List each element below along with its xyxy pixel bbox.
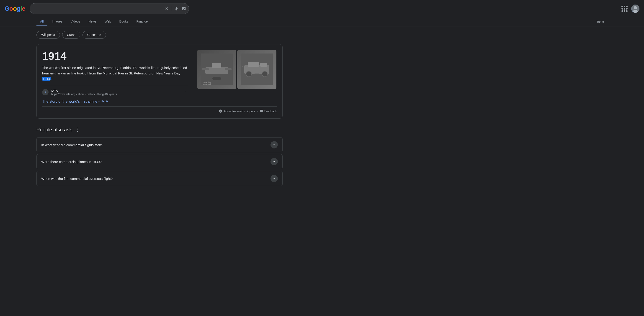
help-icon (219, 109, 222, 113)
camera-search-button[interactable] (182, 6, 186, 11)
logo-o1: o (9, 5, 13, 12)
dot-separator: • (257, 109, 258, 113)
paa-more-button[interactable]: ⋮ (74, 126, 81, 134)
paa-item-2: Were there commercial planes in 1930? (36, 154, 282, 169)
svg-rect-5 (212, 63, 221, 68)
nav-tabs: All Images Videos News Web Books Finance… (0, 17, 644, 26)
chevron-down-icon-2 (272, 160, 276, 163)
source-url: https://www.iata.org › about › history ›… (51, 93, 117, 96)
expand-icon-2 (270, 158, 278, 165)
tab-books[interactable]: Books (116, 17, 132, 26)
featured-snippet: 1914 The world's first airline originate… (36, 44, 282, 119)
paa-item-3: When was the first commercial overseas f… (36, 171, 282, 186)
paa-question-3-text: When was the first commercial overseas f… (41, 177, 112, 181)
snippet-link[interactable]: The story of the world's first airline -… (42, 99, 108, 103)
paa-title: People also ask (36, 127, 72, 133)
avatar[interactable] (631, 4, 640, 13)
snippet-highlight: 1914 (42, 77, 50, 81)
people-also-ask-section: People also ask ⋮ In what year did comme… (36, 126, 282, 186)
header-right (620, 4, 640, 13)
paa-question-3[interactable]: When was the first commercial overseas f… (37, 171, 282, 186)
search-icon-group: ✕ (165, 6, 186, 11)
svg-rect-14 (260, 63, 267, 67)
source-name: IATA (51, 89, 117, 93)
snippet-body: The world's first airline originated in … (42, 65, 188, 81)
apps-grid-icon (622, 6, 628, 12)
svg-point-1 (634, 6, 637, 9)
paa-question-2[interactable]: Were there commercial planes in 1930? (37, 154, 282, 169)
chip-crash[interactable]: Crash (62, 31, 80, 39)
tools-button[interactable]: Tools (593, 18, 608, 26)
snippet-image-1[interactable]: Opening Jan 1 1914 (197, 50, 236, 89)
svg-rect-13 (248, 62, 259, 67)
tab-finance[interactable]: Finance (133, 17, 152, 26)
chevron-down-icon-3 (272, 177, 276, 180)
logo-g2: g (17, 5, 20, 12)
svg-rect-6 (202, 68, 209, 70)
about-snippets-text: About featured snippets (224, 109, 255, 113)
avatar-icon (631, 4, 640, 13)
svg-text:Opening: Opening (203, 81, 211, 83)
logo-g: G (4, 5, 9, 12)
microphone-icon (174, 6, 179, 11)
expand-icon-3 (270, 175, 278, 182)
nav-right: Tools (593, 18, 608, 26)
tab-web[interactable]: Web (101, 17, 115, 26)
svg-rect-17 (254, 73, 259, 76)
paa-header: People also ask ⋮ (36, 126, 282, 134)
google-logo[interactable]: G o o g l e (4, 5, 25, 12)
clear-icon: ✕ (165, 6, 168, 11)
svg-point-15 (246, 71, 252, 77)
voice-search-button[interactable] (174, 6, 179, 11)
svg-point-16 (262, 71, 268, 77)
snippet-image-2[interactable] (237, 50, 276, 89)
camera-icon (182, 6, 186, 11)
chip-concorde[interactable]: Concorde (82, 31, 106, 39)
feedback-icon (260, 109, 263, 113)
main-content: Wikipedia Crash Concorde 1914 The world'… (0, 26, 319, 192)
svg-text:Jan 1 1914: Jan 1 1914 (203, 84, 211, 85)
header: G o o g l e year of first commercial fli… (0, 0, 644, 26)
snippet-year: 1914 (42, 50, 188, 62)
snippet-inner: 1914 The world's first airline originate… (42, 50, 277, 104)
expand-icon-1 (270, 141, 278, 148)
snippet-text-area: 1914 The world's first airline originate… (42, 50, 188, 104)
google-apps-button[interactable] (620, 5, 628, 13)
paa-question-2-text: Were there commercial planes in 1930? (41, 160, 102, 164)
source-more-button[interactable]: ⋮ (182, 89, 188, 94)
chevron-down-icon-1 (272, 143, 276, 147)
chip-wikipedia[interactable]: Wikipedia (36, 31, 60, 39)
source-info: IATA https://www.iata.org › about › hist… (51, 89, 117, 96)
svg-rect-18 (242, 66, 243, 67)
tab-news[interactable]: News (85, 17, 100, 26)
tab-all[interactable]: All (36, 17, 48, 26)
snippet-footer: About featured snippets • Feedback (42, 106, 277, 113)
search-bar-container: year of first commercial flight ✕ (30, 3, 189, 14)
logo-o2: o (13, 5, 17, 12)
snippet-images: Opening Jan 1 1914 (197, 50, 277, 104)
filter-chips: Wikipedia Crash Concorde (36, 31, 282, 39)
logo-e: e (22, 5, 25, 12)
feedback-link[interactable]: Feedback (260, 109, 277, 113)
feedback-text: Feedback (264, 109, 277, 113)
tab-images[interactable]: Images (48, 17, 66, 26)
plane-image-1-svg: Opening Jan 1 1914 (201, 53, 233, 85)
clear-button[interactable]: ✕ (165, 6, 168, 11)
svg-point-8 (212, 77, 221, 80)
svg-rect-7 (225, 68, 232, 70)
paa-item-1: In what year did commercial flights star… (36, 137, 282, 152)
source-favicon: i (42, 89, 48, 95)
paa-question-1-text: In what year did commercial flights star… (41, 143, 103, 147)
tab-videos[interactable]: Videos (67, 17, 84, 26)
paa-question-1[interactable]: In what year did commercial flights star… (37, 137, 282, 152)
plane-image-2-svg (241, 53, 273, 85)
about-snippets-link[interactable]: About featured snippets (219, 109, 255, 113)
snippet-source: i IATA https://www.iata.org › about › hi… (42, 85, 188, 96)
logo-l: l (20, 5, 22, 12)
